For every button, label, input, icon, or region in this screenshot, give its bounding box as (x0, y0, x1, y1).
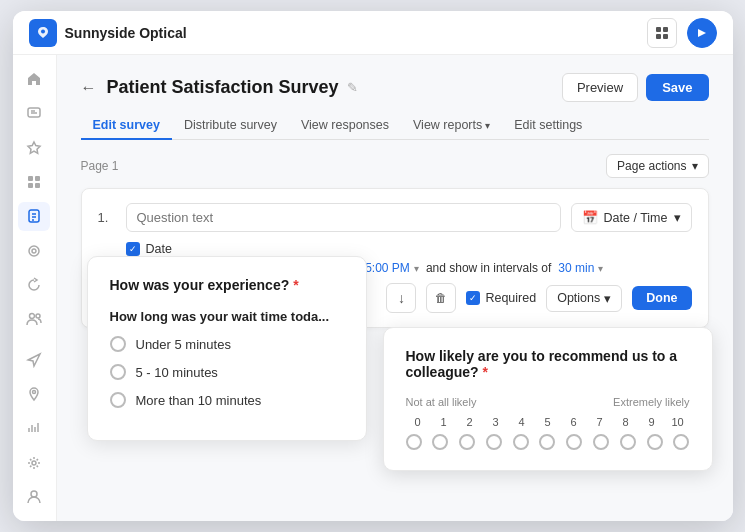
save-button[interactable]: Save (646, 74, 708, 101)
sidebar (13, 55, 57, 521)
nps-radio-3[interactable] (486, 434, 502, 450)
dropdown-arrow-ends[interactable]: ▾ (414, 263, 419, 274)
survey-title: Patient Satisfaction Survey (107, 77, 339, 98)
type-selector[interactable]: 📅 Date / Time ▾ (571, 203, 692, 232)
tab-view-reports[interactable]: View reports ▾ (401, 112, 502, 140)
sidebar-item-favorites[interactable] (18, 134, 50, 162)
option-5-10[interactable]: 5 - 10 minutes (110, 364, 344, 380)
main-layout: ← Patient Satisfaction Survey ✎ Preview … (13, 55, 733, 521)
sidebar-item-refresh[interactable] (18, 271, 50, 299)
time-config-row: ✓ Time Starts at 9:00 AM ▾ and ends at 5… (126, 261, 692, 275)
sidebar-item-send[interactable] (18, 346, 50, 374)
svg-rect-7 (35, 176, 40, 181)
done-button[interactable]: Done (632, 286, 691, 310)
radio-circle (110, 364, 126, 380)
logo-icon (29, 19, 57, 47)
nps-radio-4[interactable] (513, 434, 529, 450)
back-button[interactable]: ← (81, 79, 97, 97)
tab-edit-survey[interactable]: Edit survey (81, 112, 172, 140)
app-name: Sunnyside Optical (65, 25, 187, 41)
trash-icon: 🗑 (435, 291, 447, 305)
content-area: ← Patient Satisfaction Survey ✎ Preview … (57, 55, 733, 521)
nps-scale-numbers: 0 1 2 3 4 5 6 7 8 9 10 (406, 416, 690, 428)
nps-card: How likely are you to recommend us to a … (383, 327, 713, 471)
sidebar-item-grid[interactable] (18, 168, 50, 196)
date-checkbox[interactable]: ✓ (126, 242, 140, 256)
edit-title-icon[interactable]: ✎ (347, 80, 358, 95)
dropdown-arrow-interval[interactable]: ▾ (598, 263, 603, 274)
chevron-down-icon: ▾ (485, 120, 490, 131)
interval-value[interactable]: 30 min (558, 261, 594, 275)
interval-label: and show in intervals of (426, 261, 551, 275)
top-bar: Sunnyside Optical (13, 11, 733, 55)
option-under5[interactable]: Under 5 minutes (110, 336, 344, 352)
grid-icon-btn[interactable] (647, 18, 677, 48)
sidebar-item-location[interactable] (18, 380, 50, 408)
nav-icon-btn[interactable] (687, 18, 717, 48)
svg-rect-6 (28, 176, 33, 181)
nps-radio-10[interactable] (673, 434, 689, 450)
svg-point-17 (31, 491, 37, 497)
option-more10[interactable]: More than 10 minutes (110, 392, 344, 408)
svg-rect-8 (28, 183, 33, 188)
nps-radio-5[interactable] (539, 434, 555, 450)
tab-edit-settings[interactable]: Edit settings (502, 112, 594, 140)
top-bar-actions (647, 18, 717, 48)
nps-radio-6[interactable] (566, 434, 582, 450)
preview-button[interactable]: Preview (562, 73, 638, 102)
sidebar-item-home[interactable] (18, 65, 50, 93)
required-label: Required (485, 291, 536, 305)
ends-time[interactable]: 5:00 PM (365, 261, 410, 275)
question-number: 1. (98, 210, 116, 225)
radio-circle (110, 336, 126, 352)
starts-time[interactable]: 9:00 AM (235, 261, 279, 275)
sidebar-item-settings[interactable] (18, 448, 50, 476)
options-button[interactable]: Options ▾ (546, 285, 622, 312)
svg-point-14 (36, 314, 40, 318)
nps-radio-2[interactable] (459, 434, 475, 450)
delete-button[interactable]: 🗑 (426, 283, 456, 313)
required-check[interactable]: ✓ (466, 291, 480, 305)
time-checkbox[interactable]: ✓ (126, 261, 140, 275)
sidebar-item-circle[interactable] (18, 237, 50, 265)
nps-radio-0[interactable] (406, 434, 422, 450)
nps-labels: Not at all likely Extremely likely (406, 396, 690, 408)
dropdown-arrow-starts[interactable]: ▾ (283, 263, 288, 274)
nps-radio-row (406, 434, 690, 450)
tab-distribute[interactable]: Distribute survey (172, 112, 289, 140)
sidebar-item-forms[interactable] (18, 202, 50, 230)
nps-radio-1[interactable] (432, 434, 448, 450)
svg-point-12 (32, 249, 36, 253)
svg-point-16 (32, 461, 36, 465)
move-down-button[interactable]: ↓ (386, 283, 416, 313)
question-input[interactable] (126, 203, 561, 232)
nps-required-star: * (483, 364, 488, 380)
date-label: Date (146, 242, 172, 256)
radio-circle (110, 392, 126, 408)
tab-view-responses[interactable]: View responses (289, 112, 401, 140)
svg-rect-2 (663, 27, 668, 32)
nps-radio-8[interactable] (620, 434, 636, 450)
app-logo: Sunnyside Optical (29, 19, 187, 47)
svg-rect-3 (656, 34, 661, 39)
page-label-row: Page 1 Page actions ▾ (81, 154, 709, 178)
arrow-down-icon: ↓ (398, 290, 405, 306)
svg-point-15 (33, 390, 36, 393)
required-checkbox-row[interactable]: ✓ Required (466, 291, 536, 305)
sidebar-item-reports[interactable] (18, 414, 50, 442)
time-label: Time (148, 261, 174, 275)
calendar-icon: 📅 (582, 210, 598, 225)
survey-editor: ← Patient Satisfaction Survey ✎ Preview … (57, 55, 733, 521)
page-actions-button[interactable]: Page actions ▾ (606, 154, 708, 178)
sidebar-item-people[interactable] (18, 305, 50, 333)
sidebar-item-profile[interactable] (18, 483, 50, 511)
not-likely-label: Not at all likely (406, 396, 477, 408)
nps-radio-7[interactable] (593, 434, 609, 450)
sidebar-item-messages[interactable] (18, 99, 50, 127)
chevron-down-icon: ▾ (604, 291, 611, 306)
question-card: 1. 📅 Date / Time ▾ ✓ Date (81, 188, 709, 328)
chevron-down-icon: ▾ (692, 159, 698, 173)
bottom-toolbar: ↓ 🗑 ✓ Required Options ▾ D (98, 275, 692, 313)
question-row: 1. 📅 Date / Time ▾ (98, 203, 692, 232)
nps-radio-9[interactable] (647, 434, 663, 450)
